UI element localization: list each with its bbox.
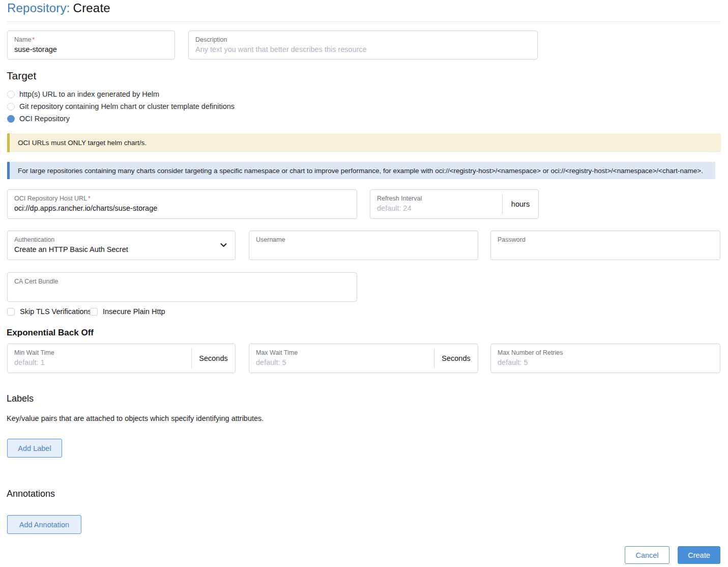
name-field: Name* (7, 31, 175, 60)
max-wait-unit: Seconds (434, 348, 478, 368)
max-retries-field: Max Number of Retries (490, 344, 720, 373)
password-field: Password (490, 231, 720, 260)
username-field: Username (249, 231, 478, 260)
description-field: Description (188, 31, 538, 60)
ca-cert-bundle-field: CA Cert Bundle (7, 272, 357, 302)
radio-unselected-icon (7, 103, 15, 110)
warning-banner-text: OCI URLs must ONLY target helm chart/s. (18, 139, 147, 147)
radio-http-index-url[interactable]: http(s) URL to an index generated by Hel… (7, 90, 159, 98)
page-title-resource: Repository: (7, 1, 70, 15)
add-label-button[interactable]: Add Label (7, 439, 62, 458)
skip-tls-label: Skip TLS Verifications (20, 307, 92, 316)
username-input[interactable] (249, 244, 478, 258)
info-banner-text: For large repositories containing many c… (18, 167, 703, 175)
authentication-label: Authentication (8, 231, 235, 244)
checkbox-unchecked-icon (7, 308, 15, 316)
ca-cert-bundle-input[interactable] (8, 286, 357, 299)
skip-tls-checkbox[interactable]: Skip TLS Verifications (7, 307, 92, 316)
name-input[interactable] (8, 44, 174, 58)
radio-http-index-url-label: http(s) URL to an index generated by Hel… (19, 90, 159, 98)
create-button[interactable]: Create (678, 546, 720, 564)
max-wait-field: Max Wait Time Seconds (249, 344, 478, 373)
description-label: Description (189, 31, 537, 44)
required-asterisk: * (32, 36, 35, 43)
radio-selected-icon (7, 115, 15, 123)
max-retries-input[interactable] (491, 357, 720, 371)
radio-git-repository[interactable]: Git repository containing Helm chart or … (7, 102, 235, 110)
refresh-interval-unit: hours (502, 194, 538, 214)
cancel-button[interactable]: Cancel (625, 546, 669, 564)
target-heading: Target (7, 70, 36, 82)
oci-host-url-label: OCI Repository Host URL* (8, 190, 357, 203)
warning-banner: OCI URLs must ONLY target helm chart/s. (7, 133, 721, 152)
radio-oci-repository[interactable]: OCI Repository (7, 115, 70, 123)
username-label: Username (249, 231, 478, 244)
name-label: Name* (8, 31, 174, 44)
info-banner: For large repositories containing many c… (7, 162, 715, 179)
page-title-action: Create (73, 1, 110, 15)
radio-git-repository-label: Git repository containing Helm chart or … (19, 102, 235, 110)
labels-heading: Labels (7, 393, 34, 404)
max-retries-label: Max Number of Retries (491, 344, 720, 357)
checkbox-unchecked-icon (90, 308, 98, 316)
description-input[interactable] (189, 44, 537, 58)
ca-cert-bundle-label: CA Cert Bundle (8, 273, 357, 286)
authentication-select[interactable]: Authentication (7, 231, 236, 260)
insecure-http-checkbox[interactable]: Insecure Plain Http (90, 307, 165, 316)
page-title: Repository:Create (7, 1, 110, 15)
annotations-heading: Annotations (7, 489, 55, 499)
insecure-http-label: Insecure Plain Http (103, 307, 165, 316)
authentication-value (8, 244, 235, 258)
oci-host-url-field: OCI Repository Host URL* (7, 189, 357, 219)
required-asterisk: * (88, 195, 91, 202)
min-wait-unit: Seconds (191, 348, 235, 368)
radio-oci-repository-label: OCI Repository (19, 115, 70, 123)
password-input[interactable] (491, 244, 720, 258)
chevron-down-icon (220, 243, 227, 248)
password-label: Password (491, 231, 720, 244)
labels-description: Key/value pairs that are attached to obj… (7, 414, 264, 422)
backoff-heading: Exponential Back Off (7, 328, 94, 338)
radio-unselected-icon (7, 91, 15, 98)
oci-host-url-input[interactable] (8, 203, 357, 216)
repository-create-page: Repository:Create Name* Description Targ… (0, 0, 728, 567)
header-divider (7, 21, 721, 22)
min-wait-field: Min Wait Time Seconds (7, 344, 236, 373)
refresh-interval-field: Refresh Interval hours (370, 189, 539, 219)
add-annotation-button[interactable]: Add Annotation (7, 515, 81, 534)
